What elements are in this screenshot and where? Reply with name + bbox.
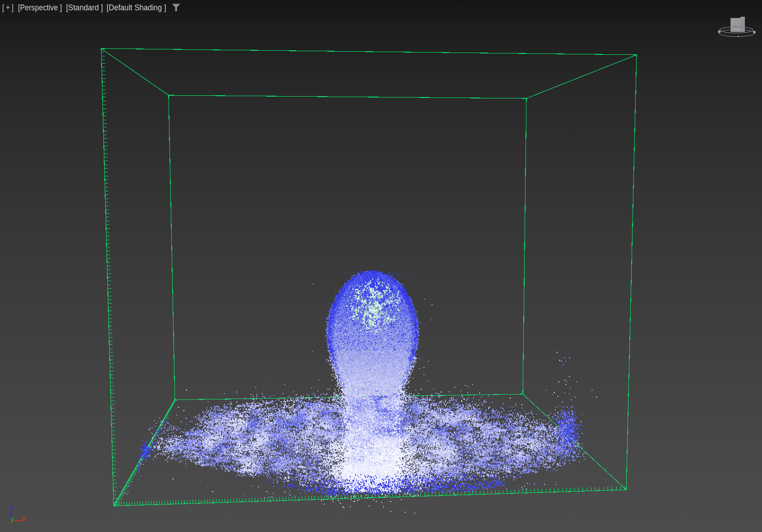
svg-text:FRONT: FRONT <box>731 25 743 28</box>
svg-text:y: y <box>10 515 14 523</box>
svg-text:Z: Z <box>11 504 14 511</box>
svg-text:x: x <box>22 515 26 522</box>
